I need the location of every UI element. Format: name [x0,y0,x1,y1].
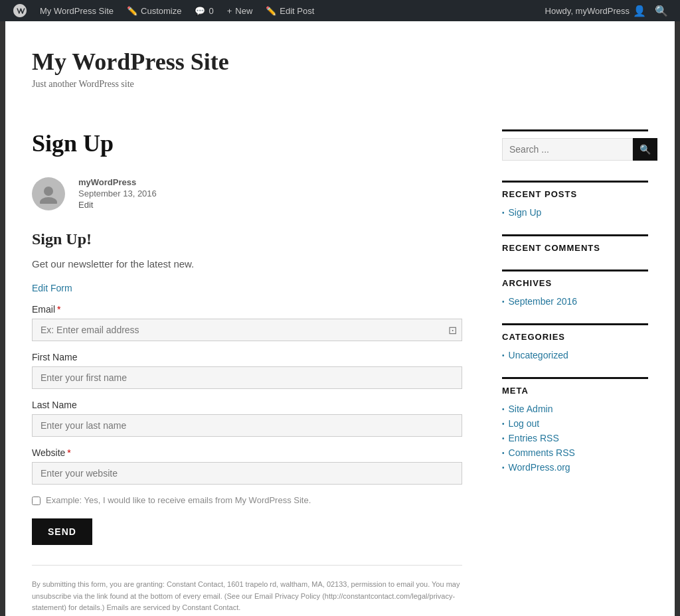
new-button[interactable]: + New [220,0,260,21]
website-required: * [67,447,70,458]
list-item: • Entries RSS [502,433,648,443]
archive-link-sept2016[interactable]: September 2016 [509,296,578,307]
list-item: • Uncategorized [502,350,648,360]
bullet-icon: • [502,449,505,457]
consent-label: Example: Yes, I would like to receive em… [46,495,311,505]
email-field-group: Email* ⊡ [32,304,462,341]
howdy-text: Howdy, myWordPress [545,6,630,16]
send-button[interactable]: SEND [32,518,92,545]
wp-logo-button[interactable] [7,0,33,21]
recent-posts-title: RECENT POSTS [502,181,648,199]
meta-list: • Site Admin • Log out • Entries RSS • C… [502,404,648,473]
site-header: My WordPress Site Just another WordPress… [5,21,675,103]
avatar [32,177,65,210]
consent-checkbox-row: Example: Yes, I would like to receive em… [32,495,462,505]
bullet-icon: • [502,298,505,305]
form-title: Sign Up! [32,230,462,248]
meta-link-entries-rss[interactable]: Entries RSS [509,433,559,443]
sidebar-search: 🔍 [502,129,648,161]
list-item: • Comments RSS [502,447,648,458]
site-title[interactable]: My WordPress Site [32,48,648,76]
customize-button[interactable]: ✏️ Customize [120,0,188,21]
bullet-icon: • [502,435,505,442]
list-item: • September 2016 [502,296,648,307]
form-description: Get our newsletter for the latest new. [32,258,462,270]
list-item: • Log out [502,418,648,429]
archives-title: ARCHIVES [502,270,648,288]
post-content: Sign Up! Get our newsletter for the late… [32,230,462,614]
category-link-uncategorized[interactable]: Uncategorized [509,350,568,360]
recent-comments-section: RECENT COMMENTS [502,234,648,253]
search-icon: 🔍 [639,144,651,155]
page-title: Sign Up [32,129,462,157]
svg-point-0 [44,187,53,196]
meta-author: myWordPress [78,177,157,187]
main-layout: Sign Up myWordPress September 13, 2016 E… [5,103,675,616]
meta-link-wordpress-org[interactable]: WordPress.org [509,462,570,473]
form-section: Sign Up! Get our newsletter for the late… [32,230,462,614]
page-wrapper: My WordPress Site Just another WordPress… [5,21,675,616]
admin-bar: My WordPress Site ✏️ Customize 💬 0 + New… [0,0,680,21]
content-area: Sign Up myWordPress September 13, 2016 E… [32,129,462,614]
plus-icon: + [227,6,232,16]
comments-icon: 💬 [195,6,205,16]
first-name-field-group: First Name [32,352,462,389]
comments-button[interactable]: 💬 0 [188,0,220,21]
post-meta: myWordPress September 13, 2016 Edit [32,177,462,210]
recent-posts-section: RECENT POSTS • Sign Up [502,181,648,218]
first-name-input[interactable] [32,366,462,389]
site-tagline: Just another WordPress site [32,79,648,90]
recent-comments-title: RECENT COMMENTS [502,234,648,253]
email-icon: ⊡ [448,324,457,337]
archives-list: • September 2016 [502,296,648,307]
meta-link-logout[interactable]: Log out [509,418,540,429]
meta-info: myWordPress September 13, 2016 Edit [78,177,157,210]
edit-form-link[interactable]: Edit Form [32,283,462,293]
recent-post-link-signup[interactable]: Sign Up [509,207,542,218]
meta-date: September 13, 2016 [78,189,157,198]
list-item: • Sign Up [502,207,648,218]
svg-point-1 [40,197,57,204]
meta-title: META [502,377,648,396]
meta-section: META • Site Admin • Log out • Entries RS… [502,377,648,473]
email-input-wrapper: ⊡ [32,319,462,341]
edit-link[interactable]: Edit [78,200,93,210]
consent-checkbox[interactable] [32,497,41,505]
website-input[interactable] [32,462,462,485]
edit-post-button[interactable]: ✏️ Edit Post [259,0,321,21]
recent-posts-list: • Sign Up [502,207,648,218]
archives-section: ARCHIVES • September 2016 [502,270,648,307]
user-avatar-admin: 👤 [633,5,646,17]
meta-edit[interactable]: Edit [78,200,157,210]
site-name-button[interactable]: My WordPress Site [33,0,120,21]
meta-link-comments-rss[interactable]: Comments RSS [509,447,575,458]
list-item: • Site Admin [502,404,648,414]
admin-search-icon[interactable]: 🔍 [649,5,673,17]
customize-label: Customize [141,6,181,16]
email-required: * [57,304,60,315]
bullet-icon: • [502,420,505,427]
website-label: Website* [32,447,462,458]
pencil-icon: ✏️ [127,6,137,16]
email-input[interactable] [32,319,462,341]
meta-link-site-admin[interactable]: Site Admin [509,404,553,414]
categories-title: CATEGORIES [502,323,648,342]
comments-count: 0 [209,6,213,16]
form-footer-text: By submitting this form, you are grantin… [32,565,462,614]
website-field-group: Website* [32,447,462,485]
categories-list: • Uncategorized [502,350,648,360]
edit-icon: ✏️ [266,6,276,16]
search-input[interactable] [502,138,633,161]
categories-section: CATEGORIES • Uncategorized [502,323,648,360]
admin-site-name: My WordPress Site [40,6,114,16]
email-label: Email* [32,304,462,315]
search-button[interactable]: 🔍 [633,138,657,161]
bullet-icon: • [502,464,505,471]
bullet-icon: • [502,352,505,359]
bullet-icon: • [502,406,505,413]
bullet-icon: • [502,209,505,216]
new-label: New [235,6,252,16]
last-name-input[interactable] [32,414,462,437]
edit-post-label: Edit Post [280,6,314,16]
sidebar: 🔍 RECENT POSTS • Sign Up RECENT COMMENTS [502,129,648,614]
